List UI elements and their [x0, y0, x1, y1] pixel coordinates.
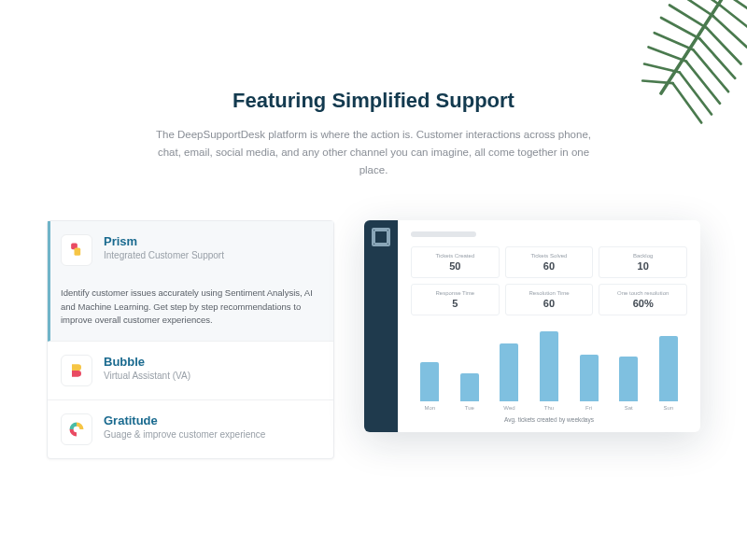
feature-subtitle: Guage & improve customer experience [104, 429, 318, 440]
stat-label: Response Time [416, 290, 495, 296]
hero-title: Featuring Simplified Support [149, 89, 598, 113]
chart-bar [500, 343, 518, 401]
chart-column: Fri [575, 355, 602, 411]
feature-title: Prism [104, 234, 318, 248]
stat-card: One touch resolution 60% [599, 284, 687, 315]
chart-bar [540, 331, 558, 401]
stat-value: 60% [603, 298, 683, 309]
feature-description: Identify customer issues accurately usin… [61, 287, 318, 328]
dashboard-logo-icon [374, 230, 388, 245]
chart-column: Sat [615, 357, 642, 411]
stat-card: Tickets Created 50 [411, 246, 500, 278]
chart-column: Mon [416, 362, 444, 411]
feature-title: Bubble [104, 355, 318, 369]
chart-column: Tue [457, 373, 484, 411]
feature-list: Prism Integrated Customer Support Identi… [47, 220, 334, 459]
stat-card: Response Time 5 [411, 284, 500, 315]
feature-item-bubble[interactable]: Bubble Virtual Assistant (VA) [48, 342, 333, 400]
stat-label: Resolution Time [510, 290, 589, 296]
palm-leaf-decoration [607, 0, 747, 135]
chart-column: Thu [536, 331, 563, 411]
stat-label: Tickets Solved [510, 253, 589, 259]
stat-label: Tickets Created [416, 253, 495, 259]
stats-grid: Tickets Created 50 Tickets Solved 60 Bac… [411, 246, 687, 315]
chart-bar [580, 355, 599, 401]
dashboard-sidebar [364, 220, 398, 432]
stat-value: 5 [416, 298, 495, 309]
chart-x-label: Sun [663, 405, 673, 411]
chart-x-label: Mon [424, 405, 435, 411]
feature-title: Gratitude [104, 413, 318, 427]
chart-x-label: Wed [503, 405, 514, 411]
stat-value: 10 [603, 260, 683, 272]
feature-subtitle: Virtual Assistant (VA) [104, 371, 318, 381]
chart-caption: Avg. tickets created by weekdays [411, 416, 687, 423]
stat-card: Tickets Solved 60 [505, 246, 594, 278]
dashboard-preview: Tickets Created 50 Tickets Solved 60 Bac… [364, 220, 700, 432]
hero-subtitle: The DeepSupportDesk platform is where th… [149, 126, 598, 179]
svg-rect-1 [75, 247, 81, 255]
chart-bar [619, 357, 638, 401]
chart-bar [420, 362, 439, 401]
feature-item-gratitude[interactable]: Gratitude Guage & improve customer exper… [48, 400, 333, 458]
stat-value: 50 [416, 260, 495, 272]
chart-column: Wed [496, 343, 523, 411]
chart-bar [659, 336, 678, 401]
chart-x-label: Tue [465, 405, 474, 411]
chart-x-label: Sat [625, 405, 633, 411]
stat-label: One touch resolution [603, 290, 683, 296]
chart-x-label: Thu [544, 405, 554, 411]
feature-item-prism[interactable]: Prism Integrated Customer Support Identi… [48, 221, 333, 342]
feature-subtitle: Integrated Customer Support [104, 250, 318, 260]
dashboard-title-placeholder [411, 231, 476, 237]
chart-column: Sun [655, 336, 682, 411]
chart-bar [460, 373, 479, 401]
stat-card: Resolution Time 60 [505, 284, 594, 315]
prism-icon [61, 234, 92, 266]
stat-card: Backlog 10 [599, 246, 687, 278]
stat-value: 60 [510, 298, 589, 309]
stat-value: 60 [510, 260, 589, 272]
weekday-bar-chart: MonTueWedThuFriSatSun [411, 327, 687, 411]
stat-label: Backlog [603, 253, 683, 259]
chart-x-label: Fri [585, 405, 592, 411]
gratitude-icon [61, 413, 92, 445]
bubble-icon [61, 355, 92, 386]
